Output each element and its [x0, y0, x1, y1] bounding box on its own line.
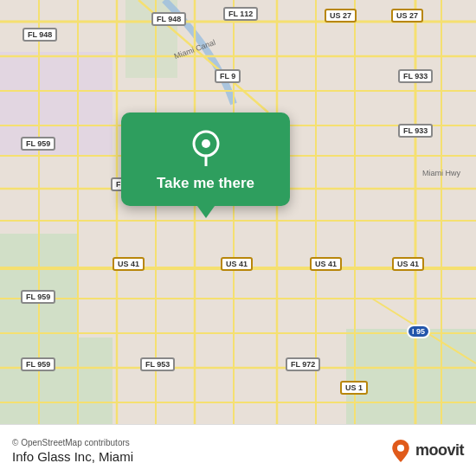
- road-badge-fl933-1: FL 933: [398, 69, 433, 83]
- map: FL 948 FL 948 FL 112 US 27 US 27 FL 933 …: [0, 0, 476, 424]
- moovit-text: moovit: [415, 441, 464, 460]
- road-badge-fl933-2: FL 933: [398, 124, 433, 138]
- svg-rect-2: [0, 338, 113, 424]
- road-badge-fl972: FL 972: [286, 357, 320, 371]
- moovit-logo[interactable]: moovit: [389, 440, 464, 462]
- road-badge-fl959-3: FL 959: [21, 357, 55, 371]
- svg-rect-5: [0, 52, 113, 156]
- svg-point-33: [397, 444, 404, 451]
- bottom-bar: © OpenStreetMap contributors Info Glass …: [0, 424, 476, 476]
- road-badge-fl959-1: FL 959: [21, 137, 55, 151]
- road-badge-us27-1: US 27: [325, 9, 357, 23]
- svg-rect-3: [346, 329, 476, 424]
- location-pin-icon: [187, 128, 225, 166]
- bottom-bar-left: © OpenStreetMap contributors Info Glass …: [12, 438, 133, 464]
- take-me-there-button[interactable]: Take me there: [157, 175, 254, 192]
- road-badge-us41-3: US 41: [310, 257, 342, 271]
- road-badge-fl95: FL 9: [215, 69, 241, 83]
- road-badge-fl948-1: FL 948: [23, 28, 57, 42]
- road-badge-fl112: FL 112: [223, 7, 258, 21]
- road-badge-us41-2: US 41: [221, 257, 253, 271]
- miami-hwy-label: Miami Hwy: [422, 169, 460, 177]
- svg-point-32: [202, 139, 210, 148]
- location-name: Info Glass Inc, Miami: [12, 449, 133, 464]
- road-badge-fl948-2: FL 948: [151, 12, 186, 26]
- road-badge-i95: I 95: [407, 325, 430, 338]
- road-badge-us27-2: US 27: [391, 9, 423, 23]
- road-badge-us41-1: US 41: [113, 257, 145, 271]
- road-badge-us1: US 1: [340, 381, 368, 395]
- popup-card: Take me there: [121, 113, 290, 206]
- attribution-text: © OpenStreetMap contributors: [12, 438, 133, 447]
- road-badge-fl953: FL 953: [140, 357, 175, 371]
- road-badge-fl959-2: FL 959: [21, 290, 55, 304]
- moovit-pin-icon: [389, 440, 412, 462]
- road-badge-us41-4: US 41: [392, 257, 424, 271]
